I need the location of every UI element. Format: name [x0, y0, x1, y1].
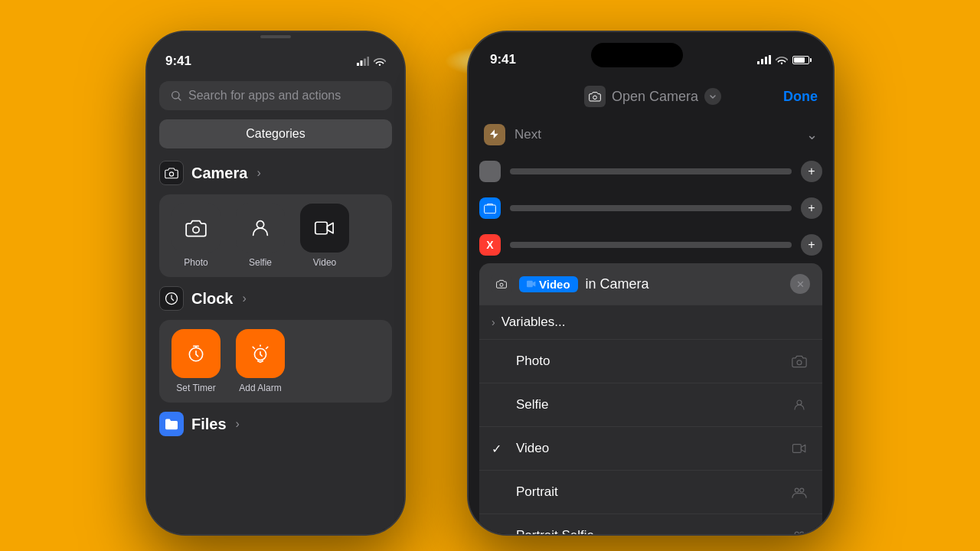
search-bar[interactable]: Search for apps and actions — [159, 81, 392, 110]
photo-item-icon — [789, 350, 810, 372]
photo-right-icon — [792, 354, 807, 368]
action-item-timer[interactable]: Set Timer — [168, 329, 224, 393]
categories-label: Categories — [246, 127, 305, 140]
variables-chevron-icon: › — [492, 316, 495, 328]
phone-right: 9:41 — [467, 31, 835, 536]
alarm-icon — [250, 344, 270, 364]
plus-button-3[interactable]: + — [801, 234, 822, 256]
action-item-alarm[interactable]: Add Alarm — [233, 329, 288, 393]
phone-right-screen: 9:41 — [469, 32, 833, 534]
action-label-video: Video — [313, 257, 336, 268]
photo-camera-icon — [185, 218, 207, 238]
status-icons-left — [357, 57, 386, 66]
status-bar-left: 9:41 — [147, 43, 404, 75]
action-bar-center: Open Camera — [584, 86, 721, 107]
svg-rect-17 — [485, 205, 496, 214]
scroll-indicator — [260, 35, 291, 38]
clock-section-title: Clock — [191, 290, 233, 308]
action-item-photo[interactable]: Photo — [168, 204, 224, 268]
camera-row-icon — [484, 203, 496, 214]
app-row-icon-1 — [479, 161, 501, 182]
action-item-selfie[interactable]: Selfie — [233, 204, 288, 268]
svg-point-20 — [797, 360, 802, 365]
next-row: Next ⌄ — [469, 116, 833, 153]
camera-section-title: Camera — [191, 165, 247, 182]
close-button[interactable]: ✕ — [790, 274, 810, 294]
svg-point-5 — [169, 172, 173, 176]
variables-label: Variables... — [501, 315, 566, 330]
svg-rect-19 — [527, 281, 533, 287]
app-row-icon-3: X — [479, 234, 501, 256]
svg-rect-12 — [757, 61, 760, 64]
wifi-icon-right — [776, 55, 788, 64]
dropdown-item-photo[interactable]: Photo — [479, 340, 822, 383]
status-icons-right — [757, 55, 812, 64]
video-right-icon — [792, 443, 807, 454]
action-title: Open Camera — [612, 89, 698, 105]
action-item-video[interactable]: Video — [297, 204, 352, 268]
shortcut-inner-icon — [488, 129, 501, 141]
clock-section-header[interactable]: Clock › — [159, 286, 392, 311]
shortcut-icon — [484, 124, 505, 145]
app-row-3: X + — [469, 227, 833, 263]
files-icon — [164, 418, 179, 430]
search-icon — [170, 90, 182, 102]
in-camera-text: in Camera — [586, 276, 649, 292]
svg-point-24 — [800, 488, 804, 492]
video-item-icon — [789, 438, 810, 459]
action-label-alarm: Add Alarm — [239, 383, 281, 393]
plus-button-1[interactable]: + — [801, 161, 822, 182]
video-tag-icon — [527, 280, 536, 288]
dynamic-island-right — [591, 43, 683, 67]
app-row-content-1 — [510, 168, 792, 174]
dropdown-item-selfie-left: Selfie — [492, 397, 549, 412]
action-icon-video — [300, 204, 349, 253]
portrait-selfie-label: Portrait Selfie — [516, 528, 594, 534]
phone-left: 9:41 — [145, 31, 406, 536]
camera-actions-container: Photo Selfie — [159, 194, 392, 277]
chevron-down-icon[interactable] — [704, 88, 721, 105]
next-label: Next — [514, 127, 541, 142]
action-bar: Open Camera Done — [469, 83, 833, 116]
categories-button[interactable]: Categories — [159, 119, 392, 148]
svg-rect-13 — [761, 59, 763, 64]
chevron-icon — [709, 93, 717, 100]
dropdown-item-portrait-selfie-left: Portrait Selfie — [492, 528, 594, 534]
selfie-icon — [250, 217, 271, 239]
svg-point-25 — [795, 532, 799, 534]
battery-icon — [792, 56, 812, 64]
video-icon-left — [314, 220, 335, 236]
video-tag-label: Video — [539, 278, 570, 291]
portrait-item-icon — [789, 481, 810, 503]
chevron-collapse-icon[interactable]: ⌄ — [806, 126, 818, 143]
video-checkmark: ✓ — [492, 442, 507, 456]
plus-button-2[interactable]: + — [801, 197, 822, 219]
clock-section: Clock › — [147, 286, 404, 412]
files-arrow-icon: › — [236, 417, 240, 431]
phones-container: 9:41 — [145, 15, 835, 536]
svg-point-23 — [795, 488, 799, 492]
app-row-2: + — [469, 190, 833, 227]
files-section-header[interactable]: Files › — [159, 412, 392, 436]
svg-point-6 — [193, 227, 199, 233]
dropdown-item-portrait[interactable]: Portrait — [479, 471, 822, 514]
files-section: Files › — [147, 412, 404, 455]
dropdown-header: Video in Camera ✕ — [479, 263, 822, 305]
open-camera-icon — [584, 86, 606, 107]
done-button[interactable]: Done — [783, 89, 818, 105]
dropdown-item-video[interactable]: ✓ Video — [479, 427, 822, 471]
selfie-label: Selfie — [516, 397, 549, 412]
dropdown-item-portrait-selfie[interactable]: Portrait Selfie — [479, 514, 822, 534]
svg-point-16 — [593, 96, 597, 99]
action-label-selfie: Selfie — [249, 257, 272, 268]
search-placeholder: Search for apps and actions — [188, 89, 341, 103]
action-icon-alarm — [236, 329, 285, 378]
dropdown-item-selfie[interactable]: Selfie — [479, 383, 822, 427]
video-tag[interactable]: Video — [519, 276, 578, 292]
camera-top-icon — [589, 91, 601, 102]
files-section-icon — [159, 412, 184, 436]
clock-section-icon — [159, 286, 184, 311]
svg-rect-8 — [315, 222, 328, 234]
camera-section-header[interactable]: Camera › — [159, 161, 392, 185]
variables-row[interactable]: › Variables... — [479, 305, 822, 340]
